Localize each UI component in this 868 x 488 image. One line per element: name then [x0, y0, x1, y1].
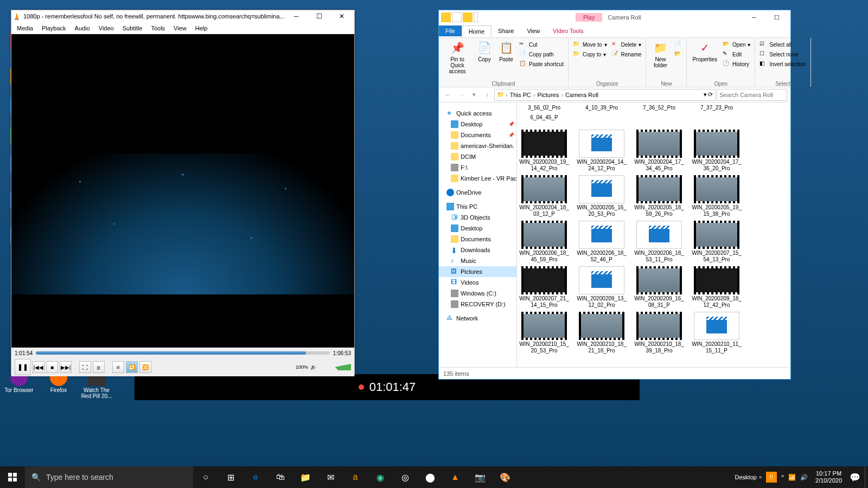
- taskbar-obs[interactable]: ⬤: [418, 466, 443, 488]
- minimize-button[interactable]: ─: [285, 10, 308, 22]
- new-item-button[interactable]: 📄: [673, 40, 683, 49]
- maximize-button[interactable]: ☐: [765, 10, 788, 24]
- nav-desktop[interactable]: Desktop📌: [439, 119, 516, 130]
- taskbar-search[interactable]: 🔍 Type here to search: [25, 466, 193, 488]
- file-item[interactable]: WIN_20200210_18_39_18_Pro: [634, 312, 684, 354]
- back-button[interactable]: ←: [442, 89, 454, 101]
- address-bar[interactable]: 📁 › This PC › Pictures › Camera Roll ▾⟳: [494, 89, 716, 101]
- previous-button[interactable]: |◀◀: [33, 361, 44, 373]
- toolbar-desktop[interactable]: Desktop: [733, 474, 759, 480]
- file-item[interactable]: WIN_20200204_17_34_45_Pro: [634, 130, 684, 172]
- copy-button[interactable]: 📄Copy: [474, 39, 495, 86]
- vlc-titlebar[interactable]: 1080p - rememberlessfool No self, no fre…: [11, 10, 354, 22]
- menu-video[interactable]: Video: [94, 24, 118, 33]
- copy-path-button[interactable]: 📄Copy path: [518, 50, 565, 59]
- fullscreen-button[interactable]: ⛶: [79, 361, 91, 373]
- file-item[interactable]: WIN_20200203_19_14_42_Pro: [519, 130, 569, 172]
- tray-network-icon[interactable]: 📶: [788, 474, 796, 481]
- taskbar-tripadvisor[interactable]: ◉: [368, 466, 393, 488]
- nav-desktop2[interactable]: Desktop: [439, 223, 516, 234]
- crumb-this-pc[interactable]: This PC: [509, 92, 532, 98]
- file-item[interactable]: WIN_20200204_18_03_12_P: [519, 175, 569, 217]
- select-none-button[interactable]: ☐Select none: [758, 50, 807, 59]
- file-item[interactable]: WIN_20200209_13_12_02_Pro: [577, 266, 627, 309]
- nav-downloads[interactable]: ⬇Downloads: [439, 245, 516, 255]
- menu-tools[interactable]: Tools: [146, 24, 169, 33]
- nav-videos[interactable]: 🎞Videos: [439, 277, 516, 288]
- ribbon-tab-video-tools[interactable]: Video Tools: [546, 25, 590, 36]
- tray-volume-icon[interactable]: 🔊: [800, 474, 808, 481]
- seek-bar[interactable]: [36, 351, 329, 355]
- up-button[interactable]: ↑: [481, 89, 493, 101]
- search-input[interactable]: [717, 89, 787, 101]
- file-item[interactable]: WIN_20200207_15_54_13_Pro: [692, 221, 742, 263]
- file-item[interactable]: WIN_20200207_21_14_15_Pro: [519, 266, 569, 309]
- qat-dropdown-icon[interactable]: [474, 12, 478, 22]
- taskbar-edge[interactable]: e: [243, 466, 268, 488]
- nav-onedrive[interactable]: OneDrive: [439, 187, 516, 198]
- file-item[interactable]: WIN_20200205_18_59_26_Pro: [634, 175, 684, 217]
- file-item[interactable]: WIN_20200209_16_08_31_P: [634, 266, 684, 309]
- vlc-window[interactable]: 1080p - rememberlessfool No self, no fre…: [11, 10, 355, 375]
- nav-quick-access[interactable]: ★Quick access: [439, 108, 516, 119]
- menu-subtitle[interactable]: Subtitle: [118, 24, 147, 33]
- open-button[interactable]: 📂Open ▾: [722, 40, 751, 49]
- cortana-button[interactable]: ○: [193, 466, 218, 488]
- system-tray[interactable]: !! ^ 📶 🔊: [762, 472, 812, 483]
- nav-ddrive[interactable]: RECOVERY (D:): [439, 299, 516, 310]
- nav-pictures[interactable]: 🖼Pictures: [439, 266, 516, 277]
- file-item[interactable]: WIN_20200210_18_21_18_Pro: [577, 312, 627, 354]
- ribbon-tab-view[interactable]: View: [520, 25, 546, 36]
- menu-audio[interactable]: Audio: [71, 24, 94, 33]
- show-desktop-button[interactable]: [865, 466, 868, 488]
- loop-button[interactable]: 🔁: [126, 361, 138, 373]
- file-item[interactable]: WIN_20200210_11_15_11_P: [692, 312, 742, 354]
- file-item[interactable]: WIN_20200205_16_20_53_Pro: [577, 175, 627, 217]
- next-button[interactable]: ▶▶|: [60, 361, 72, 373]
- file-list[interactable]: 3_56_02_Pro4_10_39_Pro7_36_52_Pro7_37_23…: [517, 102, 790, 367]
- properties-button[interactable]: ✓Properties: [689, 39, 720, 86]
- easy-access-button[interactable]: 📂: [673, 50, 683, 59]
- file-item[interactable]: WIN_20200204_14_24_12_Pro: [577, 130, 627, 172]
- taskbar-vlc[interactable]: ▲: [443, 466, 468, 488]
- copy-to-button[interactable]: 📁Copy to ▾: [572, 50, 608, 59]
- file-item[interactable]: WIN_20200205_19_15_38_Pro: [692, 175, 742, 217]
- file-item[interactable]: WIN_20200210_15_20_53_Pro: [519, 312, 569, 354]
- move-to-button[interactable]: 📁Move to ▾: [572, 40, 608, 49]
- taskbar-camera[interactable]: 📷: [468, 466, 493, 488]
- ribbon-tab-file[interactable]: File: [439, 25, 462, 36]
- taskbar-paint[interactable]: 🎨: [493, 466, 518, 488]
- paste-button[interactable]: 📋Paste: [495, 39, 517, 86]
- taskbar[interactable]: 🔍 Type here to search ○ ⊞ e 🛍 📁 ✉ a ◉ ◎ …: [0, 466, 868, 488]
- time-elapsed[interactable]: 1:01:54: [15, 350, 33, 356]
- time-total[interactable]: 1:06:53: [333, 350, 351, 356]
- minimize-button[interactable]: ─: [743, 10, 765, 24]
- ribbon-tab-share[interactable]: Share: [492, 25, 520, 36]
- taskbar-amazon[interactable]: a: [343, 466, 368, 488]
- nav-fdrive[interactable]: F:\: [439, 162, 516, 173]
- qat-icon[interactable]: [452, 12, 462, 22]
- nav-dcim[interactable]: DCIM: [439, 151, 516, 162]
- folder-icon[interactable]: [463, 12, 473, 22]
- explorer-window[interactable]: Play Camera Roll ─ ☐ File Home Share Vie…: [438, 10, 791, 380]
- pause-button[interactable]: ❚❚: [15, 359, 31, 375]
- action-center-button[interactable]: 💬: [845, 466, 865, 488]
- file-item[interactable]: WIN_20200206_18_45_59_Pro: [519, 221, 569, 263]
- nav-documents2[interactable]: Documents: [439, 234, 516, 245]
- pin-quick-access-button[interactable]: 📌Pin to Quick access: [441, 39, 474, 86]
- nav-network[interactable]: 🖧Network: [439, 313, 516, 324]
- contextual-tab-play[interactable]: Play: [576, 13, 602, 22]
- navigation-pane[interactable]: ★Quick access Desktop📌 Documents📌 americ…: [439, 102, 517, 367]
- nav-this-pc[interactable]: This PC: [439, 201, 516, 212]
- file-item[interactable]: WIN_20200204_17_36_20_Pro: [692, 130, 742, 172]
- nav-documents[interactable]: Documents📌: [439, 130, 516, 140]
- file-item[interactable]: 7_37_23_Pro: [692, 105, 742, 111]
- shuffle-button[interactable]: 🔀: [139, 361, 151, 373]
- nav-kimber[interactable]: Kimber Lee - VR Pac: [439, 173, 516, 184]
- delete-button[interactable]: ✕Delete ▾: [610, 40, 643, 49]
- addr-dropdown-icon[interactable]: ▾: [704, 91, 707, 98]
- refresh-icon[interactable]: ⟳: [708, 91, 713, 98]
- maximize-button[interactable]: ☐: [308, 10, 330, 22]
- taskbar-mail[interactable]: ✉: [318, 466, 343, 488]
- taskbar-clock[interactable]: 10:17 PM 2/10/2020: [812, 470, 845, 484]
